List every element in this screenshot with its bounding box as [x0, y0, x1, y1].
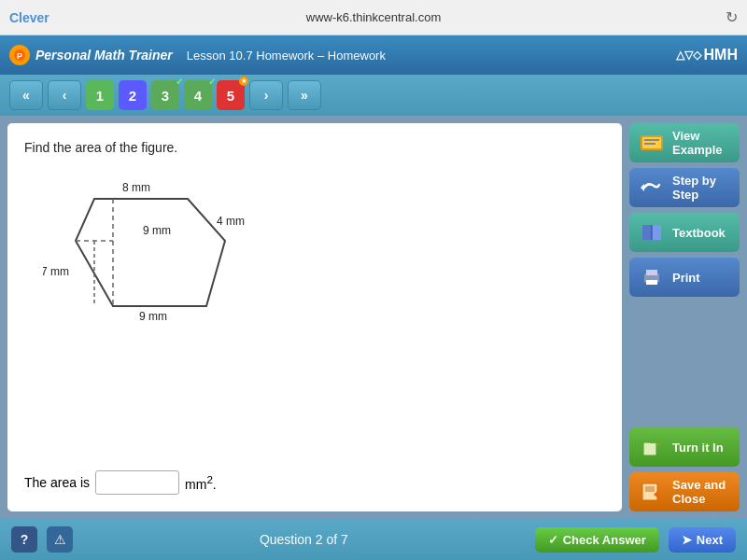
logo-icon: P	[9, 45, 30, 65]
app-header: P Personal Math Trainer Lesson 10.7 Home…	[0, 35, 747, 75]
bottom-bar: ? ⚠ Question 2 of 7 ✓ Check Answer ➤ Nex…	[0, 519, 747, 560]
clever-logo: Clever	[9, 10, 49, 25]
save-close-button[interactable]: Save and Close	[629, 472, 740, 511]
svg-marker-2	[76, 199, 225, 306]
figure-area: 8 mm 4 mm 9 mm 8.7 mm 9 mm	[24, 166, 605, 461]
textbook-button[interactable]: Textbook	[629, 213, 740, 252]
save-close-label: Save and Close	[672, 478, 730, 506]
svg-text:9 mm: 9 mm	[143, 224, 171, 237]
lesson-label: Lesson 10.7 Homework – Homework	[187, 49, 676, 63]
answer-row: The area is mm2.	[24, 470, 605, 495]
browser-url: www-k6.thinkcentral.com	[306, 10, 442, 24]
question-panel: Find the area of the figure.	[7, 123, 622, 511]
nav-prev-button[interactable]: ‹	[48, 80, 81, 110]
sidebar-spacer	[629, 302, 740, 422]
svg-rect-27	[645, 486, 655, 492]
star-badge-5: ★	[239, 77, 248, 86]
alert-button[interactable]: ⚠	[47, 526, 73, 553]
turn-in-button[interactable]: Turn it In	[629, 427, 740, 467]
svg-rect-20	[646, 270, 657, 275]
browser-bar: Clever www-k6.thinkcentral.com ↻	[0, 0, 747, 35]
check-answer-label: Check Answer	[563, 533, 646, 547]
nav-first-button[interactable]: «	[9, 80, 43, 110]
next-button[interactable]: ➤ Next	[669, 527, 736, 553]
hmh-label: HMH	[704, 47, 738, 63]
hmh-logo: △▽◇ HMH	[676, 47, 738, 63]
save-close-icon	[639, 479, 665, 505]
step-by-step-label: Step by Step	[672, 174, 730, 202]
turn-in-icon	[639, 434, 665, 460]
svg-marker-15	[641, 184, 644, 191]
print-icon	[639, 264, 665, 290]
step-by-step-button[interactable]: Step by Step	[629, 168, 740, 207]
hmh-triangles: △▽◇	[676, 49, 701, 62]
refresh-button[interactable]: ↻	[726, 8, 738, 26]
print-label: Print	[672, 271, 700, 285]
view-example-icon	[639, 130, 665, 156]
logo-text: Personal Math Trainer	[35, 48, 173, 63]
svg-rect-14	[644, 143, 655, 145]
print-button[interactable]: Print	[629, 258, 740, 297]
textbook-icon	[639, 219, 665, 245]
check-badge-4: ✓	[208, 77, 216, 87]
svg-rect-16	[642, 225, 652, 240]
answer-label: The area is	[24, 475, 90, 490]
svg-text:8 mm: 8 mm	[122, 181, 150, 194]
check-icon: ✓	[548, 533, 558, 547]
step-by-step-icon	[639, 175, 665, 201]
svg-rect-21	[646, 280, 657, 285]
svg-text:8.7 mm: 8.7 mm	[43, 265, 69, 278]
question-counter: Question 2 of 7	[82, 532, 526, 547]
nav-bar: « ‹ 1 2 3 ✓ 4 ✓ 5 ★ › »	[0, 75, 747, 116]
answer-input[interactable]	[95, 470, 179, 495]
svg-rect-17	[652, 225, 661, 240]
svg-text:4 mm: 4 mm	[217, 215, 245, 228]
svg-rect-13	[644, 139, 659, 141]
textbook-label: Textbook	[672, 226, 726, 240]
view-example-label: View Example	[672, 129, 730, 157]
check-badge-3: ✓	[176, 77, 183, 87]
header-logo: P Personal Math Trainer	[9, 45, 173, 65]
help-button[interactable]: ?	[11, 526, 37, 553]
svg-rect-22	[643, 442, 656, 455]
figure-svg: 8 mm 4 mm 9 mm 8.7 mm 9 mm	[43, 171, 248, 329]
nav-last-button[interactable]: »	[288, 80, 321, 110]
next-label: Next	[697, 533, 723, 547]
check-answer-button[interactable]: ✓ Check Answer	[535, 527, 659, 553]
question-text: Find the area of the figure.	[24, 140, 605, 155]
sidebar: View Example Step by Step	[629, 123, 740, 511]
svg-text:9 mm: 9 mm	[139, 310, 167, 323]
next-arrow-icon: ➤	[682, 533, 692, 547]
view-example-button[interactable]: View Example	[629, 123, 740, 162]
nav-page-1[interactable]: 1	[86, 80, 114, 110]
turn-in-label: Turn it In	[672, 441, 724, 455]
nav-next-button[interactable]: ›	[249, 80, 283, 110]
content-area: Find the area of the figure.	[0, 116, 747, 519]
svg-text:P: P	[17, 51, 22, 61]
nav-page-4[interactable]: 4 ✓	[184, 80, 212, 110]
nav-page-5[interactable]: 5 ★	[217, 80, 245, 110]
app-container: P Personal Math Trainer Lesson 10.7 Home…	[0, 35, 747, 560]
nav-page-3[interactable]: 3 ✓	[151, 80, 179, 110]
nav-page-2[interactable]: 2	[119, 80, 147, 110]
answer-unit: mm2.	[185, 473, 217, 492]
